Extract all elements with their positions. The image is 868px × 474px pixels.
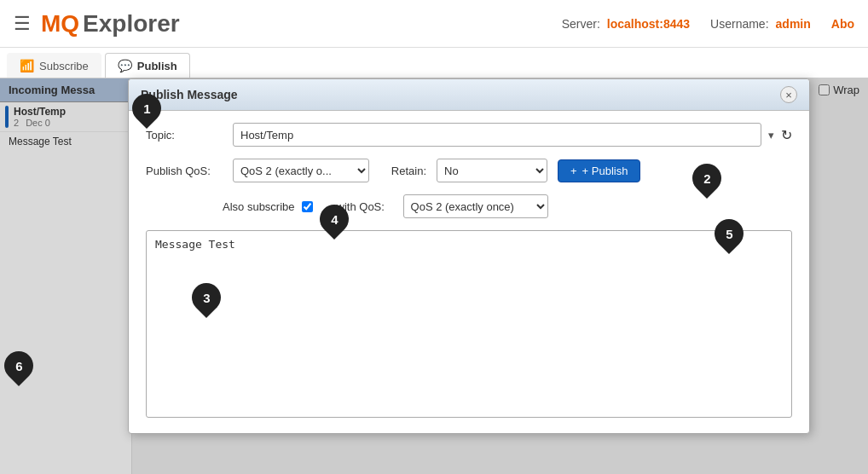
about-link[interactable]: Abo bbox=[831, 17, 854, 31]
logo-explorer: Explorer bbox=[83, 10, 180, 38]
logo-mq: MQ bbox=[41, 10, 79, 38]
dialog-overlay: Publish Message × Topic: ▾ ↻ Publish QoS… bbox=[0, 78, 868, 474]
topic-label: Topic: bbox=[146, 129, 223, 142]
navbar: ☰ MQ Explorer Server: localhost:8443 Use… bbox=[0, 0, 868, 48]
app-logo: MQ Explorer bbox=[41, 10, 180, 38]
publish-dialog: Publish Message × Topic: ▾ ↻ Publish QoS… bbox=[128, 78, 810, 434]
also-subscribe-checkbox[interactable] bbox=[302, 201, 313, 212]
main-area: Incoming Messa Host/Temp 2 Dec 0 Message… bbox=[0, 78, 868, 474]
dialog-close-button[interactable]: × bbox=[780, 86, 797, 103]
dialog-header: Publish Message × bbox=[129, 79, 809, 111]
publish-button-icon: + bbox=[570, 165, 577, 177]
publish-qos-label: Publish QoS: bbox=[146, 165, 223, 177]
topic-dropdown-arrow[interactable]: ▾ bbox=[768, 129, 774, 142]
with-qos-select[interactable]: QoS 2 (exactly once) QoS 0 (at most once… bbox=[403, 194, 548, 218]
tab-publish[interactable]: 💬 Publish bbox=[105, 53, 190, 78]
tab-publish-label: Publish bbox=[137, 60, 177, 72]
tabbar: 📶 Subscribe 💬 Publish bbox=[0, 48, 868, 78]
retain-select[interactable]: No Yes bbox=[437, 159, 547, 182]
dialog-body: Topic: ▾ ↻ Publish QoS: QoS 2 (exactly o… bbox=[129, 111, 809, 433]
publish-icon: 💬 bbox=[118, 59, 132, 72]
username-value: admin bbox=[776, 17, 811, 31]
publish-button-label: + Publish bbox=[582, 165, 628, 177]
tab-subscribe[interactable]: 📶 Subscribe bbox=[7, 53, 101, 78]
username-label: Username: bbox=[710, 17, 768, 31]
publish-qos-select[interactable]: QoS 2 (exactly o... QoS 0 (at most once)… bbox=[233, 159, 369, 182]
also-subscribe-label: Also subscribe bbox=[223, 200, 295, 213]
tab-subscribe-label: Subscribe bbox=[39, 60, 89, 72]
publish-button[interactable]: + + Publish bbox=[558, 159, 640, 182]
server-value: localhost:8443 bbox=[607, 17, 690, 31]
navbar-right: Server: localhost:8443 Username: admin A… bbox=[562, 17, 854, 31]
topic-row: Topic: ▾ ↻ bbox=[146, 123, 792, 147]
server-label: Server: bbox=[562, 17, 600, 31]
subscribe-icon: 📶 bbox=[20, 59, 34, 72]
retain-label: Retain: bbox=[379, 165, 426, 177]
topic-input[interactable] bbox=[233, 123, 761, 147]
message-textarea[interactable]: Message Test bbox=[146, 230, 792, 418]
also-subscribe-row: Also subscribe with QoS: QoS 2 (exactly … bbox=[146, 194, 792, 218]
refresh-icon[interactable]: ↻ bbox=[781, 127, 792, 143]
menu-icon[interactable]: ☰ bbox=[14, 13, 31, 35]
topic-input-wrapper: ▾ ↻ bbox=[233, 123, 792, 147]
